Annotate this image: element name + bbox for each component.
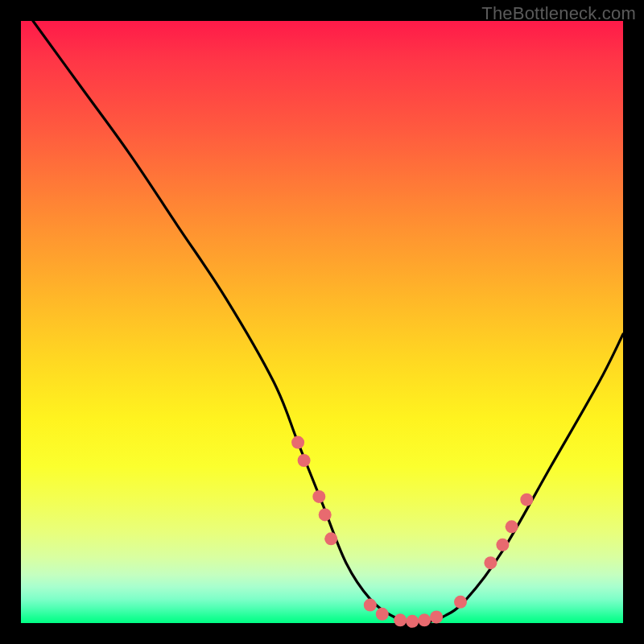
- curve-marker: [312, 490, 325, 503]
- curve-marker: [406, 615, 419, 628]
- curve-marker: [394, 613, 407, 626]
- curve-marker: [298, 454, 311, 467]
- curve-marker: [484, 556, 497, 569]
- chart-frame: TheBottleneck.com: [0, 0, 644, 644]
- curve-marker: [430, 611, 443, 624]
- curve-marker: [496, 539, 509, 551]
- plot-area: [21, 21, 623, 623]
- curve-path-group: [33, 21, 623, 623]
- curve-markers: [291, 436, 533, 628]
- curve-marker: [319, 508, 332, 521]
- curve-layer: [21, 21, 623, 623]
- curve-marker: [520, 493, 533, 506]
- curve-marker: [291, 436, 304, 449]
- curve-marker: [364, 599, 377, 612]
- curve-marker: [506, 520, 518, 533]
- curve-marker: [324, 532, 337, 545]
- curve-marker: [376, 608, 389, 621]
- watermark-text: TheBottleneck.com: [481, 3, 636, 24]
- curve-marker: [418, 613, 431, 626]
- curve-marker: [454, 596, 467, 609]
- bottleneck-curve: [33, 21, 623, 623]
